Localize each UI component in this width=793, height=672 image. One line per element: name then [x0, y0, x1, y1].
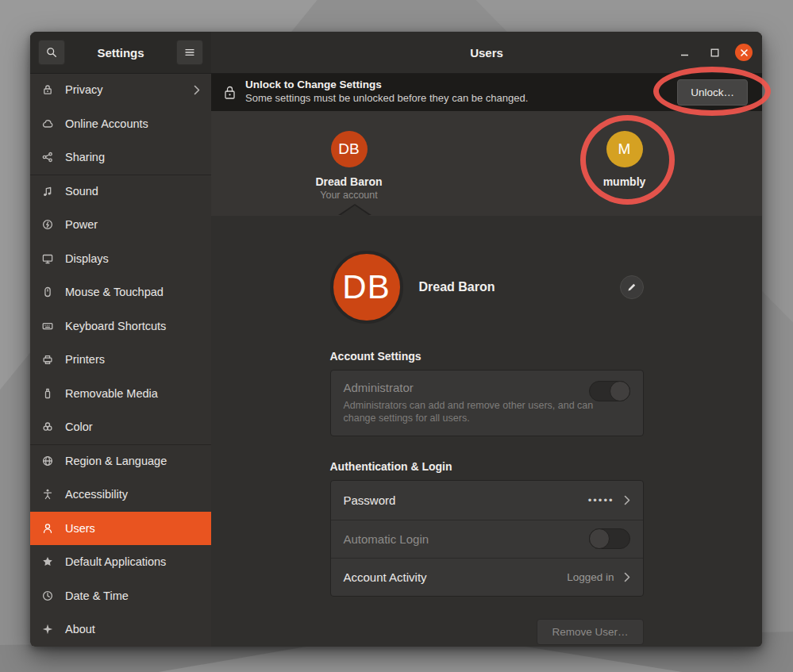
lock-icon [224, 85, 236, 100]
profile-row: DB Dread Baron [330, 251, 644, 324]
star-icon [41, 555, 54, 568]
printer-icon [41, 353, 54, 366]
sidebar-item-default-applications[interactable]: Default Applications [30, 545, 211, 579]
remove-user-row: Remove User… [330, 619, 644, 645]
sidebar-item-online-accounts[interactable]: Online Accounts [30, 107, 211, 141]
avatar: M [606, 131, 643, 167]
password-row[interactable]: Password ••••• [331, 481, 643, 519]
carousel-user-subtitle: Your account [320, 190, 378, 201]
carousel-user-name: mumbly [603, 175, 646, 188]
carousel-pointer [340, 205, 370, 216]
authentication-header: Authentication & Login [330, 460, 644, 473]
administrator-label: Administrator [344, 381, 630, 394]
removable-media-icon [41, 387, 54, 400]
pencil-icon [626, 282, 637, 293]
hamburger-menu-icon [183, 46, 196, 59]
sidebar-item-printers[interactable]: Printers [30, 343, 211, 377]
edit-name-button[interactable] [620, 275, 644, 299]
settings-window: Settings PrivacyOnline AccountsSharingSo… [30, 32, 762, 647]
sidebar-item-mouse-touchpad[interactable]: Mouse & Touchpad [30, 275, 211, 309]
profile-name: Dread Baron [419, 280, 495, 294]
cloud-icon [41, 117, 54, 130]
chevron-right-icon [624, 572, 630, 582]
maximize-icon [709, 47, 721, 59]
users-panel: Users Unlock to Change Settings [211, 32, 762, 647]
keyboard-icon [41, 320, 54, 332]
users-icon [41, 522, 54, 535]
account-activity-row[interactable]: Account Activity Logged in [331, 558, 643, 596]
unlock-banner-text: Unlock to Change Settings Some settings … [245, 79, 528, 105]
account-settings-header: Account Settings [330, 350, 644, 363]
account-settings-group: Administrator Administrators can add and… [330, 370, 644, 436]
carousel-user-mumbly[interactable]: Mmumbly [487, 111, 762, 216]
sidebar-header: Settings [30, 32, 211, 73]
chevron-right-icon [624, 495, 630, 505]
sidebar-item-keyboard-shortcuts[interactable]: Keyboard Shortcuts [30, 309, 211, 344]
administrator-description: Administrators can add and remove other … [344, 400, 606, 424]
desktop-background: Settings PrivacyOnline AccountsSharingSo… [0, 0, 793, 672]
color-icon [41, 420, 54, 433]
headerbar: Users [211, 32, 762, 73]
sidebar-item-sound[interactable]: Sound [30, 175, 211, 209]
automatic-login-toggle[interactable] [589, 528, 630, 549]
authentication-group: Password ••••• Automatic Login [330, 480, 644, 597]
clock-icon [41, 589, 54, 602]
user-detail-content: DB Dread Baron Account Settings Administ… [330, 216, 644, 645]
window-controls [675, 43, 762, 62]
account-activity-label: Account Activity [344, 570, 427, 584]
automatic-login-row: Automatic Login [331, 520, 643, 558]
accessibility-icon [41, 488, 54, 501]
account-activity-value: Logged in [567, 571, 614, 583]
administrator-toggle[interactable] [589, 381, 630, 401]
sound-icon [41, 185, 54, 198]
carousel-user-name: Dread Baron [315, 175, 382, 188]
search-button[interactable] [38, 40, 65, 65]
user-carousel: DBDread BaronYour accountMmumbly [211, 111, 762, 216]
chevron-right-icon [194, 85, 200, 95]
password-value: ••••• [588, 494, 614, 506]
automatic-login-label: Automatic Login [344, 532, 429, 546]
menu-button[interactable] [176, 40, 203, 65]
sparkle-icon [41, 623, 54, 636]
close-icon [740, 48, 749, 57]
sidebar-item-region-language[interactable]: Region & Language [30, 444, 211, 478]
sidebar-item-power[interactable]: Power [30, 208, 211, 242]
unlock-banner-subtitle: Some settings must be unlocked before th… [245, 92, 528, 105]
sidebar: Settings PrivacyOnline AccountsSharingSo… [30, 32, 211, 647]
carousel-user-dread-baron[interactable]: DBDread BaronYour account [211, 111, 487, 216]
unlock-banner-title: Unlock to Change Settings [245, 79, 528, 92]
unlock-banner: Unlock to Change Settings Some settings … [211, 73, 762, 111]
administrator-row: Administrator Administrators can add and… [331, 371, 643, 436]
remove-user-button[interactable]: Remove User… [537, 619, 643, 645]
toggle-knob [589, 528, 610, 549]
displays-icon [41, 252, 54, 265]
sidebar-item-color[interactable]: Color [30, 410, 211, 444]
sidebar-item-accessibility[interactable]: Accessibility [30, 478, 211, 512]
unlock-button[interactable]: Unlock… [677, 79, 748, 106]
sidebar-items: PrivacyOnline AccountsSharingSoundPowerD… [30, 73, 211, 647]
power-icon [41, 218, 54, 231]
sidebar-item-displays[interactable]: Displays [30, 242, 211, 276]
avatar: DB [331, 131, 368, 167]
close-button[interactable] [735, 44, 753, 61]
sidebar-title: Settings [65, 46, 176, 60]
lock-icon [41, 83, 54, 96]
sidebar-item-users[interactable]: Users [30, 512, 211, 546]
globe-icon [41, 455, 54, 467]
sidebar-item-privacy[interactable]: Privacy [30, 73, 211, 107]
maximize-button[interactable] [705, 43, 724, 62]
share-icon [41, 151, 54, 163]
sidebar-item-date-time[interactable]: Date & Time [30, 579, 211, 613]
avatar: DB [330, 251, 403, 324]
toggle-knob [610, 381, 630, 401]
sidebar-item-removable-media[interactable]: Removable Media [30, 377, 211, 411]
minimize-button[interactable] [675, 43, 694, 62]
password-label: Password [344, 493, 396, 507]
sidebar-item-sharing[interactable]: Sharing [30, 140, 211, 175]
minimize-icon [679, 47, 691, 59]
sidebar-item-about[interactable]: About [30, 612, 211, 647]
user-detail-panel: DB Dread Baron Account Settings Administ… [211, 216, 762, 647]
search-icon [45, 46, 58, 59]
mouse-icon [41, 286, 54, 298]
